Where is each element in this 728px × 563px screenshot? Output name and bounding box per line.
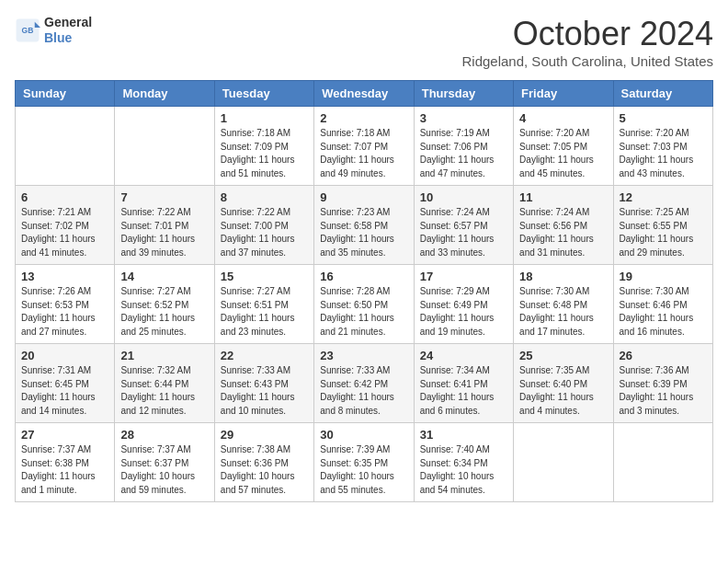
day-info: Sunrise: 7:21 AM Sunset: 7:02 PM Dayligh… — [21, 206, 108, 259]
logo: GB General Blue — [15, 15, 92, 46]
day-info: Sunrise: 7:31 AM Sunset: 6:45 PM Dayligh… — [21, 364, 108, 418]
day-info: Sunrise: 7:25 AM Sunset: 6:55 PM Dayligh… — [620, 206, 707, 259]
calendar-cell-w1d3: 9Sunrise: 7:23 AM Sunset: 6:58 PM Daylig… — [314, 186, 414, 265]
weekday-header-monday: Monday — [115, 81, 214, 107]
logo-icon: GB — [15, 17, 40, 43]
day-number: 31 — [420, 428, 507, 442]
day-number: 14 — [120, 270, 208, 283]
calendar-cell-w3d0: 20Sunrise: 7:31 AM Sunset: 6:45 PM Dayli… — [16, 344, 115, 423]
calendar-cell-w3d3: 23Sunrise: 7:33 AM Sunset: 6:42 PM Dayli… — [314, 344, 414, 423]
calendar-cell-w2d4: 17Sunrise: 7:29 AM Sunset: 6:49 PM Dayli… — [414, 265, 513, 344]
day-number: 10 — [420, 190, 507, 204]
calendar-cell-w4d3: 30Sunrise: 7:39 AM Sunset: 6:35 PM Dayli… — [314, 423, 414, 502]
day-info: Sunrise: 7:18 AM Sunset: 7:09 PM Dayligh… — [221, 127, 308, 180]
day-number: 12 — [620, 190, 707, 204]
calendar-cell-w1d4: 10Sunrise: 7:24 AM Sunset: 6:57 PM Dayli… — [414, 186, 513, 265]
day-info: Sunrise: 7:36 AM Sunset: 6:39 PM Dayligh… — [620, 364, 707, 418]
weekday-header-friday: Friday — [514, 81, 613, 107]
calendar-cell-w0d0 — [16, 107, 115, 186]
day-number: 5 — [620, 111, 707, 125]
calendar-cell-w2d2: 15Sunrise: 7:27 AM Sunset: 6:51 PM Dayli… — [214, 265, 313, 344]
day-info: Sunrise: 7:18 AM Sunset: 7:07 PM Dayligh… — [320, 127, 407, 180]
day-number: 17 — [420, 270, 507, 283]
calendar-cell-w4d2: 29Sunrise: 7:38 AM Sunset: 6:36 PM Dayli… — [214, 423, 313, 502]
calendar-cell-w4d4: 31Sunrise: 7:40 AM Sunset: 6:34 PM Dayli… — [414, 423, 513, 502]
weekday-header-tuesday: Tuesday — [214, 81, 313, 107]
day-info: Sunrise: 7:35 AM Sunset: 6:40 PM Dayligh… — [519, 364, 607, 418]
day-info: Sunrise: 7:26 AM Sunset: 6:53 PM Dayligh… — [21, 285, 108, 339]
day-info: Sunrise: 7:20 AM Sunset: 7:03 PM Dayligh… — [620, 127, 707, 180]
day-info: Sunrise: 7:28 AM Sunset: 6:50 PM Dayligh… — [320, 285, 407, 339]
calendar-cell-w1d0: 6Sunrise: 7:21 AM Sunset: 7:02 PM Daylig… — [16, 186, 115, 265]
day-number: 9 — [320, 190, 407, 204]
title-block: October 2024 Ridgeland, South Carolina, … — [461, 15, 713, 69]
day-number: 24 — [420, 349, 507, 362]
weekday-header-thursday: Thursday — [414, 81, 513, 107]
day-number: 4 — [519, 111, 607, 125]
weekday-header-saturday: Saturday — [613, 81, 712, 107]
location: Ridgeland, South Carolina, United States — [461, 53, 713, 69]
calendar-cell-w1d6: 12Sunrise: 7:25 AM Sunset: 6:55 PM Dayli… — [613, 186, 712, 265]
day-info: Sunrise: 7:38 AM Sunset: 6:36 PM Dayligh… — [221, 443, 308, 497]
day-number: 6 — [21, 190, 108, 204]
day-number: 16 — [320, 270, 407, 283]
day-info: Sunrise: 7:19 AM Sunset: 7:06 PM Dayligh… — [420, 127, 507, 180]
logo-line1: General — [44, 15, 92, 30]
day-number: 8 — [221, 190, 308, 204]
day-info: Sunrise: 7:24 AM Sunset: 6:56 PM Dayligh… — [519, 206, 607, 259]
day-info: Sunrise: 7:37 AM Sunset: 6:37 PM Dayligh… — [120, 443, 208, 497]
day-info: Sunrise: 7:24 AM Sunset: 6:57 PM Dayligh… — [420, 206, 507, 259]
day-info: Sunrise: 7:30 AM Sunset: 6:46 PM Dayligh… — [620, 285, 707, 339]
day-info: Sunrise: 7:27 AM Sunset: 6:51 PM Dayligh… — [221, 285, 308, 339]
day-info: Sunrise: 7:34 AM Sunset: 6:41 PM Dayligh… — [420, 364, 507, 418]
calendar-cell-w3d5: 25Sunrise: 7:35 AM Sunset: 6:40 PM Dayli… — [514, 344, 613, 423]
calendar-cell-w3d2: 22Sunrise: 7:33 AM Sunset: 6:43 PM Dayli… — [214, 344, 313, 423]
day-info: Sunrise: 7:27 AM Sunset: 6:52 PM Dayligh… — [120, 285, 208, 339]
day-number: 29 — [221, 428, 308, 442]
day-number: 18 — [519, 270, 607, 283]
day-info: Sunrise: 7:29 AM Sunset: 6:49 PM Dayligh… — [420, 285, 507, 339]
calendar-cell-w3d4: 24Sunrise: 7:34 AM Sunset: 6:41 PM Dayli… — [414, 344, 513, 423]
day-info: Sunrise: 7:20 AM Sunset: 7:05 PM Dayligh… — [519, 127, 607, 180]
day-number: 23 — [320, 349, 407, 362]
weekday-header-sunday: Sunday — [16, 81, 115, 107]
calendar-cell-w0d6: 5Sunrise: 7:20 AM Sunset: 7:03 PM Daylig… — [613, 107, 712, 186]
calendar-cell-w0d5: 4Sunrise: 7:20 AM Sunset: 7:05 PM Daylig… — [514, 107, 613, 186]
calendar-cell-w0d2: 1Sunrise: 7:18 AM Sunset: 7:09 PM Daylig… — [214, 107, 313, 186]
calendar-cell-w1d1: 7Sunrise: 7:22 AM Sunset: 7:01 PM Daylig… — [115, 186, 214, 265]
day-number: 3 — [420, 111, 507, 125]
calendar-cell-w2d1: 14Sunrise: 7:27 AM Sunset: 6:52 PM Dayli… — [115, 265, 214, 344]
day-info: Sunrise: 7:39 AM Sunset: 6:35 PM Dayligh… — [320, 443, 407, 497]
day-number: 30 — [320, 428, 407, 442]
calendar-cell-w2d6: 19Sunrise: 7:30 AM Sunset: 6:46 PM Dayli… — [613, 265, 712, 344]
day-number: 21 — [120, 349, 208, 362]
calendar-cell-w1d5: 11Sunrise: 7:24 AM Sunset: 6:56 PM Dayli… — [514, 186, 613, 265]
day-number: 7 — [120, 190, 208, 204]
day-number: 13 — [21, 270, 108, 283]
calendar-cell-w0d1 — [115, 107, 214, 186]
calendar-cell-w2d0: 13Sunrise: 7:26 AM Sunset: 6:53 PM Dayli… — [16, 265, 115, 344]
day-info: Sunrise: 7:22 AM Sunset: 7:01 PM Dayligh… — [120, 206, 208, 259]
day-info: Sunrise: 7:33 AM Sunset: 6:42 PM Dayligh… — [320, 364, 407, 418]
day-number: 2 — [320, 111, 407, 125]
day-number: 22 — [221, 349, 308, 362]
calendar-cell-w4d5 — [514, 423, 613, 502]
day-info: Sunrise: 7:37 AM Sunset: 6:38 PM Dayligh… — [21, 443, 108, 497]
day-number: 27 — [21, 428, 108, 442]
day-number: 1 — [221, 111, 308, 125]
day-number: 15 — [221, 270, 308, 283]
logo-line2: Blue — [44, 30, 92, 46]
day-number: 11 — [519, 190, 607, 204]
day-number: 26 — [620, 349, 707, 362]
day-number: 20 — [21, 349, 108, 362]
calendar: SundayMondayTuesdayWednesdayThursdayFrid… — [15, 80, 713, 502]
month-title: October 2024 — [461, 15, 713, 53]
calendar-cell-w2d5: 18Sunrise: 7:30 AM Sunset: 6:48 PM Dayli… — [514, 265, 613, 344]
calendar-cell-w4d1: 28Sunrise: 7:37 AM Sunset: 6:37 PM Dayli… — [115, 423, 214, 502]
calendar-cell-w0d3: 2Sunrise: 7:18 AM Sunset: 7:07 PM Daylig… — [314, 107, 414, 186]
calendar-cell-w4d6 — [613, 423, 712, 502]
day-info: Sunrise: 7:23 AM Sunset: 6:58 PM Dayligh… — [320, 206, 407, 259]
day-info: Sunrise: 7:32 AM Sunset: 6:44 PM Dayligh… — [120, 364, 208, 418]
calendar-cell-w1d2: 8Sunrise: 7:22 AM Sunset: 7:00 PM Daylig… — [214, 186, 313, 265]
calendar-cell-w0d4: 3Sunrise: 7:19 AM Sunset: 7:06 PM Daylig… — [414, 107, 513, 186]
